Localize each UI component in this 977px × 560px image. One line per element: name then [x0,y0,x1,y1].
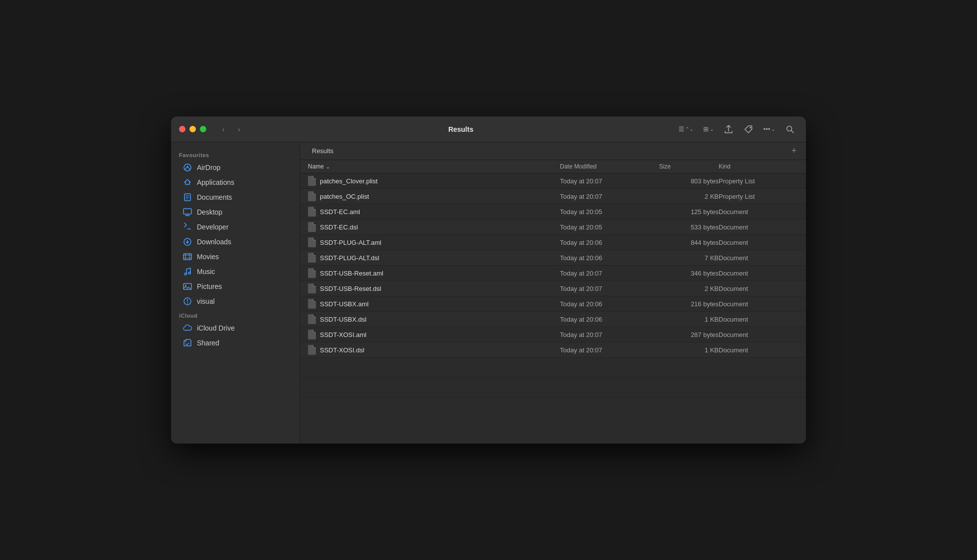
sidebar-item-icloud-drive[interactable]: iCloud Drive [175,321,296,336]
cell-size: 287 bytes [659,331,719,338]
file-icon [308,237,316,247]
cell-size: 7 KB [659,254,719,262]
cell-filename: SSDT-XOSI.dsl [308,345,560,355]
list-view-button[interactable]: ☰ ⌃⌄ [675,123,696,135]
cell-kind: Document [719,239,798,246]
svg-point-10 [188,272,190,274]
svg-rect-8 [183,254,191,260]
table-header: Name ⌄ Date Modified Size Kind [300,160,806,173]
cell-size: 216 bytes [659,300,719,308]
sidebar-item-music[interactable]: Music [175,264,296,279]
svg-rect-6 [183,209,191,214]
file-icon [308,330,316,339]
cell-filename: SSDT-USBX.aml [308,299,560,309]
grid-view-icon: ⊞ [703,125,709,133]
grid-view-button[interactable]: ⊞ ⌄ [700,123,717,135]
table-row[interactable]: SSDT-XOSI.aml Today at 20:07 287 bytes D… [300,327,806,342]
more-button[interactable]: ••• ⌄ [760,123,778,135]
content-area: Favourites AirDrop [171,142,806,444]
sidebar-item-label: Developer [197,223,229,231]
column-name-header[interactable]: Name ⌄ [308,163,560,170]
file-icon [308,191,316,201]
airdrop-icon [183,163,192,172]
sidebar-item-developer[interactable]: Developer [175,220,296,234]
sidebar-item-documents[interactable]: Documents [175,190,296,205]
add-tab-button[interactable]: + [788,145,800,157]
titlebar: ‹ › Results ☰ ⌃⌄ ⊞ ⌄ [171,116,806,142]
minimize-button[interactable] [189,126,196,132]
table-row[interactable]: SSDT-USB-Reset.aml Today at 20:07 346 by… [300,266,806,281]
cell-kind: Document [719,224,798,231]
tag-button[interactable] [740,122,756,136]
sidebar-item-desktop[interactable]: Desktop [175,205,296,220]
pictures-icon [183,282,192,291]
svg-point-9 [184,273,186,275]
shared-icon [183,338,192,347]
column-size-header[interactable]: Size [659,163,719,170]
empty-row-1 [300,358,806,378]
table-row[interactable]: SSDT-PLUG-ALT.dsl Today at 20:06 7 KB Do… [300,250,806,266]
table-row[interactable]: SSDT-EC.aml Today at 20:05 125 bytes Doc… [300,204,806,220]
sidebar-item-label: Downloads [197,238,231,246]
sidebar-item-downloads[interactable]: Downloads [175,234,296,249]
file-icon [308,176,316,186]
icloud-label: iCloud [171,309,300,321]
window-title: Results [246,125,675,133]
file-table: Name ⌄ Date Modified Size Kind [300,160,806,444]
tab-results[interactable]: Results [306,145,339,157]
toolbar-controls: ☰ ⌃⌄ ⊞ ⌄ ••• ⌄ [675,122,798,136]
table-row[interactable]: SSDT-PLUG-ALT.aml Today at 20:06 844 byt… [300,235,806,250]
applications-icon [183,178,192,187]
table-row[interactable]: SSDT-XOSI.dsl Today at 20:07 1 KB Docume… [300,342,806,358]
sidebar-item-pictures[interactable]: Pictures [175,279,296,294]
cell-filename: patches_Clover.plist [308,176,560,186]
cell-size: 533 bytes [659,224,719,231]
cell-kind: Document [719,270,798,277]
cell-date: Today at 20:07 [560,270,659,277]
cell-size: 125 bytes [659,208,719,216]
cell-filename: SSDT-PLUG-ALT.aml [308,237,560,247]
sidebar-item-airdrop[interactable]: AirDrop [175,160,296,175]
file-icon [308,299,316,309]
sidebar: Favourites AirDrop [171,142,300,444]
cell-size: 2 KB [659,285,719,292]
file-icon [308,207,316,217]
cell-kind: Property List [719,177,798,185]
forward-button[interactable]: › [232,122,246,136]
share-button[interactable] [721,122,736,136]
svg-line-2 [792,130,794,133]
back-button[interactable]: ‹ [216,122,230,136]
file-icon [308,314,316,324]
table-row[interactable]: SSDT-USBX.dsl Today at 20:06 1 KB Docume… [300,312,806,327]
downloads-icon [183,237,192,246]
sidebar-item-visual[interactable]: visual [175,294,296,309]
file-icon [308,222,316,232]
sidebar-item-label: Applications [197,178,235,186]
sidebar-item-movies[interactable]: Movies [175,249,296,264]
sidebar-item-label: Pictures [197,282,222,290]
finder-window: ‹ › Results ☰ ⌃⌄ ⊞ ⌄ [171,116,806,444]
sidebar-item-applications[interactable]: Applications [175,175,296,190]
table-row[interactable]: patches_OC.plist Today at 20:07 2 KB Pro… [300,189,806,204]
column-kind-header[interactable]: Kind [719,163,798,170]
cell-date: Today at 20:06 [560,254,659,262]
maximize-button[interactable] [200,126,206,132]
cell-kind: Property List [719,193,798,200]
column-date-header[interactable]: Date Modified [560,163,659,170]
cell-date: Today at 20:07 [560,346,659,354]
cell-size: 346 bytes [659,270,719,277]
table-row[interactable]: SSDT-USB-Reset.dsl Today at 20:07 2 KB D… [300,281,806,296]
table-row[interactable]: patches_Clover.plist Today at 20:07 803 … [300,173,806,189]
svg-point-0 [750,127,751,128]
table-row[interactable]: SSDT-EC.dsl Today at 20:05 533 bytes Doc… [300,220,806,235]
cell-filename: SSDT-USB-Reset.dsl [308,283,560,293]
search-button[interactable] [782,122,798,136]
close-button[interactable] [179,126,185,132]
sidebar-item-shared[interactable]: Shared [175,336,296,350]
cell-date: Today at 20:06 [560,239,659,246]
empty-row-2 [300,378,806,397]
table-row[interactable]: SSDT-USBX.aml Today at 20:06 216 bytes D… [300,296,806,312]
file-icon [308,345,316,355]
cell-filename: SSDT-USB-Reset.aml [308,268,560,278]
cell-kind: Document [719,331,798,338]
